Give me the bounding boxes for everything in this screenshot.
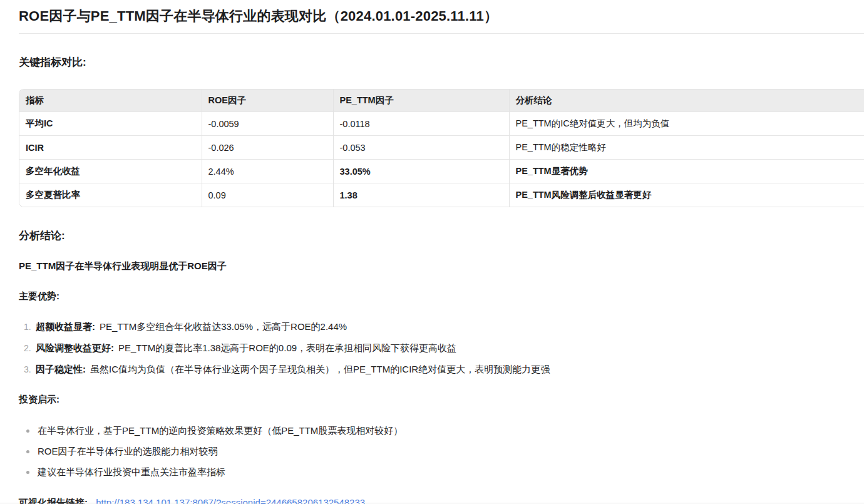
cell-metric: ICIR [19, 136, 202, 160]
cell-pettm-value: 33.05% [333, 160, 509, 183]
table-row: 平均IC -0.0059 -0.0118 PE_TTM的IC绝对值更大，但均为负… [19, 112, 864, 136]
bottom-divider [0, 503, 864, 503]
table-row: ICIR -0.026 -0.053 PE_TTM的稳定性略好 [19, 136, 864, 160]
metrics-table-wrapper: 指标 ROE因子 PE_TTM因子 分析结论 平均IC -0.0059 -0.0… [19, 89, 864, 207]
list-number: 3. [24, 364, 36, 376]
list-item: 3. 因子稳定性: 虽然IC值均为负值（在半导体行业这两个因子呈现负相关），但P… [24, 363, 864, 376]
cell-conclusion: PE_TTM的稳定性略好 [509, 136, 864, 160]
list-number: 2. [24, 342, 36, 354]
insight-text: ROE因子在半导体行业的选股能力相对较弱 [38, 445, 218, 457]
cell-roe-value: -0.0059 [202, 112, 333, 136]
list-number: 1. [24, 321, 36, 333]
list-item: 在半导体行业，基于PE_TTM的逆向投资策略效果更好（低PE_TTM股票表现相对… [26, 424, 864, 436]
insight-text: 建议在半导体行业投资中重点关注市盈率指标 [38, 466, 225, 478]
insights-list: 在半导体行业，基于PE_TTM的逆向投资策略效果更好（低PE_TTM股票表现相对… [19, 424, 864, 478]
advantages-list: 1. 超额收益显著: PE_TTM多空组合年化收益达33.05%，远高于ROE的… [19, 321, 864, 376]
advantage-label: 因子稳定性: [36, 363, 86, 375]
cell-metric: 多空年化收益 [19, 160, 202, 183]
cell-roe-value: -0.026 [202, 136, 333, 160]
col-header-pettm: PE_TTM因子 [333, 90, 509, 112]
analysis-heading: 分析结论: [19, 229, 864, 243]
advantage-text: PE_TTM的夏普比率1.38远高于ROE的0.09，表明在承担相同风险下获得更… [118, 342, 456, 354]
col-header-roe: ROE因子 [202, 90, 333, 112]
cell-roe-value: 0.09 [202, 183, 333, 207]
list-item: ROE因子在半导体行业的选股能力相对较弱 [26, 445, 864, 457]
cell-conclusion: PE_TTM显著优势 [509, 160, 864, 183]
table-header-row: 指标 ROE因子 PE_TTM因子 分析结论 [19, 90, 864, 112]
advantage-label: 超额收益显著: [36, 321, 95, 332]
cell-conclusion: PE_TTM风险调整后收益显著更好 [509, 183, 864, 207]
advantage-text: 虽然IC值均为负值（在半导体行业这两个因子呈现负相关），但PE_TTM的ICIR… [90, 363, 550, 375]
col-header-conclusion: 分析结论 [509, 90, 864, 112]
advantage-label: 风险调整收益更好: [36, 342, 114, 354]
bullet-icon [26, 471, 29, 474]
cell-pettm-value: 1.38 [333, 183, 509, 207]
bullet-icon [26, 450, 29, 453]
analysis-statement: PE_TTM因子在半导体行业表现明显优于ROE因子 [19, 260, 864, 272]
list-item: 建议在半导体行业投资中重点关注市盈率指标 [26, 466, 864, 478]
table-row: 多空年化收益 2.44% 33.05% PE_TTM显著优势 [19, 160, 864, 183]
bullet-icon [26, 429, 29, 433]
list-item: 2. 风险调整收益更好: PE_TTM的夏普比率1.38远高于ROE的0.09，… [24, 342, 864, 354]
cell-conclusion: PE_TTM的IC绝对值更大，但均为负值 [509, 112, 864, 136]
list-item: 1. 超额收益显著: PE_TTM多空组合年化收益达33.05%，远高于ROE的… [24, 321, 864, 333]
table-row: 多空夏普比率 0.09 1.38 PE_TTM风险调整后收益显著更好 [19, 183, 864, 207]
report-content: ROE因子与PE_TTM因子在半导体行业的表现对比（2024.01.01-202… [0, 0, 864, 504]
key-metrics-heading: 关键指标对比: [19, 55, 864, 69]
advantages-heading: 主要优势: [19, 291, 864, 302]
cell-metric: 多空夏普比率 [19, 183, 202, 207]
cell-pettm-value: -0.0118 [333, 112, 509, 136]
report-page: ROE因子与PE_TTM因子在半导体行业的表现对比（2024.01.01-202… [0, 0, 864, 504]
insights-heading: 投资启示: [19, 394, 864, 406]
insight-text: 在半导体行业，基于PE_TTM的逆向投资策略效果更好（低PE_TTM股票表现相对… [38, 424, 403, 436]
advantage-text: PE_TTM多空组合年化收益达33.05%，远高于ROE的2.44% [100, 321, 347, 332]
cell-metric: 平均IC [19, 112, 202, 136]
page-title: ROE因子与PE_TTM因子在半导体行业的表现对比（2024.01.01-202… [19, 5, 864, 34]
cell-roe-value: 2.44% [202, 160, 333, 183]
cell-pettm-value: -0.053 [333, 136, 509, 160]
metrics-table: 指标 ROE因子 PE_TTM因子 分析结论 平均IC -0.0059 -0.0… [19, 90, 864, 207]
col-header-metric: 指标 [19, 90, 202, 112]
